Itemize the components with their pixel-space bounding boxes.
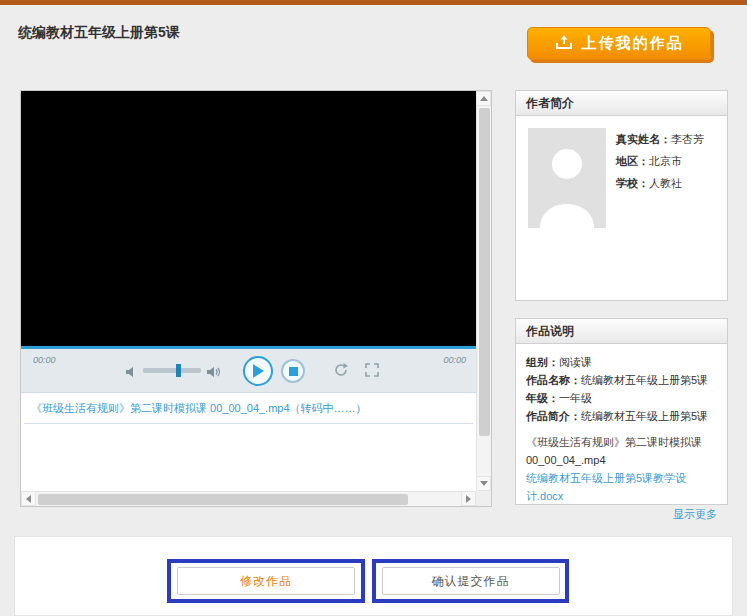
- volume-slider[interactable]: [143, 368, 201, 373]
- stop-icon: [289, 367, 298, 376]
- author-school-value: 人教社: [649, 177, 682, 189]
- horizontal-scroll-thumb[interactable]: [38, 494, 408, 505]
- author-school-label: 学校：: [616, 177, 649, 189]
- author-school-row: 学校：人教社: [616, 172, 704, 194]
- video-player: 00:00: [20, 90, 492, 507]
- confirm-submit-button[interactable]: 确认提交作品: [382, 567, 560, 595]
- page: 统编教材五年级上册第5课 上传我的作品 00:00: [0, 0, 747, 616]
- loop-icon[interactable]: [333, 362, 349, 382]
- time-total: 00:00: [443, 355, 466, 365]
- scroll-down-icon: [480, 481, 488, 486]
- upload-icon: [555, 34, 573, 53]
- work-panel-body: 组别：阅读课 作品名称：统编教材五年级上册第5课 年级：一年级 作品简介：统编教…: [515, 344, 728, 505]
- author-region-row: 地区：北京市: [616, 150, 704, 172]
- video-display[interactable]: [21, 91, 476, 346]
- work-panel: 作品说明 组别：阅读课 作品名称：统编教材五年级上册第5课 年级：一年级 作品简…: [515, 318, 728, 505]
- scroll-up-button[interactable]: [476, 91, 491, 106]
- attachment-video-filename: 00_00_04_.mp4: [526, 451, 717, 469]
- work-group-value: 阅读课: [559, 356, 592, 368]
- avatar: [528, 128, 606, 228]
- page-title: 统编教材五年级上册第5课: [18, 24, 180, 42]
- work-panel-title: 作品说明: [515, 318, 728, 344]
- author-region-value: 北京市: [649, 155, 682, 167]
- scroll-right-icon: [466, 495, 471, 503]
- upload-button-label: 上传我的作品: [582, 34, 684, 53]
- work-name-label: 作品名称：: [526, 374, 581, 386]
- show-more-link[interactable]: 显示更多: [526, 505, 717, 523]
- time-current: 00:00: [33, 355, 56, 365]
- work-intro-value: 统编教材五年级上册第5课: [581, 410, 708, 422]
- vertical-scroll-thumb[interactable]: [479, 108, 490, 436]
- scroll-right-button[interactable]: [461, 491, 476, 506]
- annotation-box-modify: 修改作品: [167, 559, 365, 603]
- work-grade-value: 一年级: [559, 392, 592, 404]
- volume-knob[interactable]: [176, 364, 181, 377]
- author-name-value: 李杏芳: [671, 133, 704, 145]
- fullscreen-icon[interactable]: [365, 363, 379, 381]
- author-name-label: 真实姓名：: [616, 133, 671, 145]
- playlist-item-link[interactable]: 《班级生活有规则》第二课时模拟课 00_00_04_.mp4（转码中……）: [31, 401, 367, 416]
- work-grade-label: 年级：: [526, 392, 559, 404]
- scroll-left-button[interactable]: [21, 491, 36, 506]
- work-group-label: 组别：: [526, 356, 559, 368]
- playlist: 《班级生活有规则》第二课时模拟课 00_00_04_.mp4（转码中……）: [21, 393, 476, 491]
- work-grade-row: 年级：一年级: [526, 389, 717, 407]
- annotation-box-submit: 确认提交作品: [372, 559, 569, 603]
- author-info: 真实姓名：李杏芳 地区：北京市 学校：人教社: [616, 128, 704, 194]
- playlist-divider: [24, 423, 473, 424]
- upload-work-button[interactable]: 上传我的作品: [527, 27, 711, 60]
- scroll-down-button[interactable]: [476, 476, 491, 491]
- author-panel-body: 真实姓名：李杏芳 地区：北京市 学校：人教社: [515, 116, 728, 301]
- author-panel: 作者简介 真实姓名：李杏芳 地区：北京市 学校：人教社: [515, 90, 728, 301]
- scroll-left-icon: [26, 495, 31, 503]
- work-name-row: 作品名称：统编教材五年级上册第5课: [526, 371, 717, 389]
- top-accent-strip: [0, 0, 747, 5]
- author-name-row: 真实姓名：李杏芳: [616, 128, 704, 150]
- scroll-up-icon: [480, 96, 488, 101]
- modify-work-button[interactable]: 修改作品: [177, 567, 355, 595]
- work-intro-label: 作品简介：: [526, 410, 581, 422]
- stop-button[interactable]: [281, 359, 305, 383]
- work-group-row: 组别：阅读课: [526, 353, 717, 371]
- work-name-value: 统编教材五年级上册第5课: [581, 374, 708, 386]
- volume-mute-icon[interactable]: [126, 364, 138, 382]
- player-controls: 00:00: [21, 349, 476, 393]
- work-intro-row: 作品简介：统编教材五年级上册第5课: [526, 407, 717, 425]
- play-icon: [252, 364, 264, 378]
- play-button[interactable]: [243, 356, 273, 386]
- footer-action-bar: 修改作品 确认提交作品: [14, 536, 733, 616]
- volume-loud-icon[interactable]: [207, 364, 221, 382]
- vertical-scrollbar[interactable]: [476, 91, 491, 491]
- attachment-video-title: 《班级生活有规则》第二课时模拟课: [526, 433, 717, 451]
- scrollbar-corner: [476, 491, 491, 506]
- attachment-doc-link[interactable]: 统编教材五年级上册第5课教学设计.docx: [526, 469, 717, 505]
- author-panel-title: 作者简介: [515, 90, 728, 116]
- author-region-label: 地区：: [616, 155, 649, 167]
- horizontal-scrollbar[interactable]: [21, 491, 476, 506]
